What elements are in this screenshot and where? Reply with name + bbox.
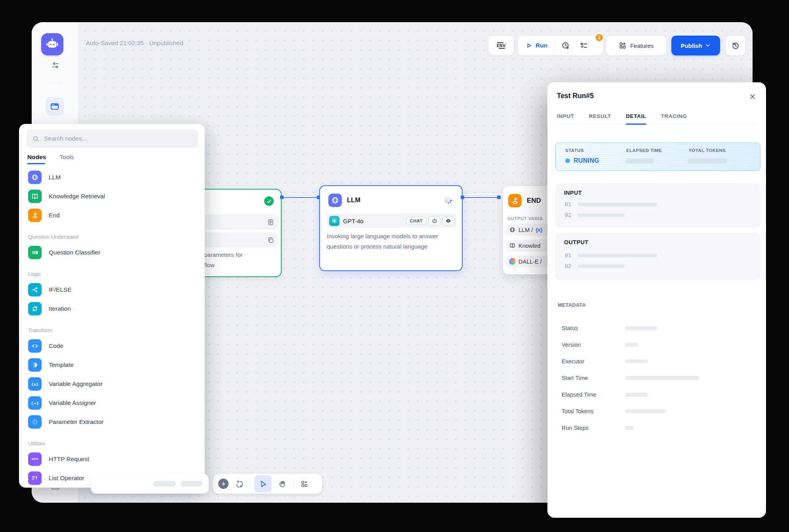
skeleton-bar xyxy=(578,254,657,257)
output-row: 01 xyxy=(565,253,657,258)
toolbar-divider xyxy=(515,41,516,50)
search-icon xyxy=(32,135,40,142)
edge-start-to-llm xyxy=(283,197,319,198)
node-label: Variable Assigner xyxy=(49,399,96,407)
skeleton-bar xyxy=(181,481,202,486)
hand-mode-button[interactable] xyxy=(276,477,289,490)
node-list-item[interactable]: Knowledge Retrieval xyxy=(28,187,197,206)
if-else-icon xyxy=(28,283,42,296)
skeleton-bar xyxy=(578,213,625,217)
metadata-label: Total Tokens xyxy=(562,408,625,414)
features-button[interactable]: Features xyxy=(606,36,666,55)
node-list-item[interactable]: HTTP Request xyxy=(28,450,197,469)
run-status-card: STATUS ELAPSED TIME TOTAL TOKENS RUNING xyxy=(555,142,760,171)
node-group-header: Transform xyxy=(28,324,197,336)
metadata-row: Total Tokens xyxy=(562,403,757,420)
input-port[interactable] xyxy=(497,196,501,199)
checklist-icon[interactable] xyxy=(579,41,588,50)
node-label: Template xyxy=(49,361,74,369)
close-icon[interactable] xyxy=(749,93,757,101)
history-icon xyxy=(731,41,740,50)
workflow-tab[interactable] xyxy=(46,97,64,116)
input-title: INPUT xyxy=(564,190,582,196)
metadata-row: Version xyxy=(562,336,757,353)
node-list-item[interactable]: Variable Aggregator xyxy=(28,374,197,393)
node-list-item[interactable]: IF/ELSE xyxy=(28,280,197,299)
output-port[interactable] xyxy=(461,196,464,199)
start-node[interactable]: parameters for flow xyxy=(199,189,282,277)
run-history-icon[interactable] xyxy=(561,41,570,50)
edge-llm-to-end xyxy=(464,197,499,198)
run-icon xyxy=(525,42,532,49)
tab-input[interactable]: INPUT xyxy=(557,113,574,124)
node-label: Question Classifier xyxy=(49,249,100,256)
tab-result[interactable]: RESULT xyxy=(589,113,612,124)
skeleton-bar xyxy=(625,393,648,397)
divider xyxy=(293,479,293,488)
node-search[interactable] xyxy=(27,129,198,148)
tab-tracing[interactable]: TRACING xyxy=(661,113,687,124)
run-button[interactable]: Run xyxy=(536,42,547,49)
zoom-control-skeleton xyxy=(91,474,209,494)
loading-spinner-icon xyxy=(444,196,453,205)
node-list-item[interactable]: Variable Assigner xyxy=(28,393,197,412)
http-request-icon xyxy=(28,452,42,466)
node-picker-panel: Nodes Tools LLM Knowledge Retrieval End … xyxy=(19,124,205,488)
node-list-item[interactable]: End xyxy=(28,206,197,225)
success-check-icon xyxy=(264,196,274,206)
skeleton-bar xyxy=(625,326,658,330)
code-icon xyxy=(28,339,42,353)
publish-button[interactable]: Publish xyxy=(671,36,720,55)
env-button[interactable]: ENV xyxy=(488,36,514,55)
metadata-title: METADATA xyxy=(558,302,586,308)
model-selector[interactable]: GPT-4o CHAT xyxy=(327,214,457,228)
row-number: 01 xyxy=(565,252,571,258)
variable-assigner-icon xyxy=(28,396,42,410)
app-logo[interactable] xyxy=(41,33,63,55)
preferences-icon[interactable] xyxy=(51,61,60,70)
node-label: Iteration xyxy=(49,305,71,312)
question-classifier-icon xyxy=(28,246,42,259)
node-panel-tabs: Nodes Tools xyxy=(27,154,74,164)
features-icon xyxy=(619,42,627,49)
output-port[interactable] xyxy=(280,196,284,199)
search-input[interactable] xyxy=(43,135,192,142)
list-operator-icon xyxy=(28,471,42,485)
metadata-row: Start Time xyxy=(562,370,757,386)
autosave-status: Auto-Saved 21:02:35 · Unpublished xyxy=(86,40,183,47)
variable-aggregator-icon xyxy=(28,377,42,391)
pointer-mode-button[interactable] xyxy=(254,475,272,492)
running-dot-icon xyxy=(565,158,570,163)
node-list-item[interactable]: Template xyxy=(28,355,197,374)
add-note-button[interactable] xyxy=(233,477,246,490)
tab-tools[interactable]: Tools xyxy=(59,154,74,164)
organize-nodes-button[interactable] xyxy=(297,477,311,490)
node-list: LLM Knowledge Retrieval End Question Und… xyxy=(19,168,204,488)
start-node-field-row[interactable] xyxy=(204,232,278,247)
skeleton-bar xyxy=(625,409,667,413)
metadata-row: Elapsed Time xyxy=(562,386,757,403)
node-list-item[interactable]: Code xyxy=(28,336,197,355)
node-list-item[interactable]: Question Classifier xyxy=(28,243,197,262)
skeleton-bar xyxy=(578,203,657,206)
node-list-item[interactable]: LLM xyxy=(28,168,197,187)
node-list-item[interactable]: Iteration xyxy=(28,299,197,318)
test-run-panel: Test Run#5 INPUT RESULT DETAIL TRACING S… xyxy=(547,82,766,518)
node-label: End xyxy=(49,212,60,219)
add-node-button[interactable] xyxy=(218,479,229,489)
canvas-toolbar xyxy=(213,474,322,494)
metadata-label: Run Steps xyxy=(562,425,625,431)
version-history-button[interactable] xyxy=(726,36,745,55)
model-name: GPT-4o xyxy=(343,218,406,224)
checklist-count-badge: 2 xyxy=(595,33,604,42)
node-label: Variable Aggregator xyxy=(49,380,103,388)
end-icon xyxy=(28,209,42,222)
node-group-header: Utilities xyxy=(28,437,197,450)
tab-detail[interactable]: DETAIL xyxy=(626,113,646,124)
llm-node[interactable]: LLM GPT-4o CHAT Invoking large language … xyxy=(319,185,463,271)
row-number: 02 xyxy=(565,263,571,269)
tab-nodes[interactable]: Nodes xyxy=(27,154,46,164)
start-node-field-row[interactable] xyxy=(204,215,278,230)
node-list-item[interactable]: Parameter Extractor xyxy=(28,412,197,431)
elapsed-time-label: ELAPSED TIME xyxy=(626,148,662,153)
